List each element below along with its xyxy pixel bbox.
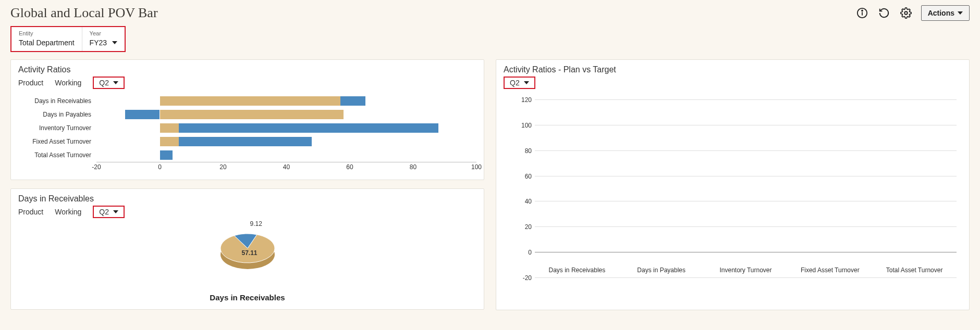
- axis-tick: 0: [158, 163, 162, 171]
- chart-row: Inventory Turnover: [18, 121, 476, 135]
- axis-tick: 60: [514, 173, 532, 180]
- chart-category-label: Fixed Asset Turnover: [785, 266, 875, 274]
- axis-tick: 40: [283, 163, 290, 171]
- quarter-value: Q2: [99, 79, 109, 87]
- pov-year-value: FY23: [90, 39, 107, 47]
- quarter-select[interactable]: Q2: [93, 77, 125, 89]
- axis-tick: -20: [92, 163, 101, 171]
- chart-row: Days in Receivables: [18, 94, 476, 108]
- chart-category-label: Days in Payables: [18, 111, 96, 118]
- card-title: Activity Ratios - Plan vs Target: [504, 65, 962, 74]
- plan-vs-target-card: Activity Ratios - Plan vs Target Q2 -200…: [496, 59, 970, 310]
- axis-tick: 40: [514, 198, 532, 205]
- chevron-down-icon: [112, 41, 117, 44]
- pov-year[interactable]: Year FY23: [82, 27, 125, 51]
- activity-ratios-card: Activity Ratios Product Working Q2 Days …: [10, 59, 484, 180]
- quarter-select[interactable]: Q2: [93, 206, 125, 218]
- axis-tick: 100: [514, 122, 532, 129]
- actions-button[interactable]: Actions: [921, 5, 970, 21]
- info-icon[interactable]: [855, 6, 869, 20]
- pov-year-label: Year: [90, 30, 117, 36]
- gear-icon[interactable]: [899, 6, 913, 20]
- svg-point-2: [862, 10, 863, 11]
- local-pov-product[interactable]: Product: [18, 79, 43, 87]
- chart-row: Days in Payables: [18, 108, 476, 121]
- days-receivables-card: Days in Receivables Product Working Q2 9…: [10, 188, 484, 310]
- axis-tick: 80: [410, 163, 416, 171]
- card-title: Activity Ratios: [18, 65, 476, 74]
- axis-tick: 20: [219, 163, 226, 171]
- chart-category-label: Total Asset Turnover: [869, 266, 959, 274]
- quarter-value: Q2: [99, 208, 109, 216]
- chart-category-label: Total Asset Turnover: [18, 151, 96, 159]
- local-pov-working[interactable]: Working: [55, 79, 81, 87]
- pie-caption: Days in Receivables: [210, 293, 285, 302]
- card-title: Days in Receivables: [18, 194, 476, 204]
- axis-tick: 80: [514, 147, 532, 155]
- plan-vs-target-chart: -20020406080100120Days in ReceivablesDay…: [504, 94, 962, 302]
- chart-category-label: Inventory Turnover: [18, 124, 96, 132]
- header-actions: Actions: [855, 5, 970, 21]
- axis-tick: 0: [514, 249, 532, 256]
- chevron-down-icon: [958, 11, 963, 15]
- chart-bar-track: [96, 137, 476, 146]
- svg-point-3: [904, 11, 908, 15]
- chart-bar-track: [96, 123, 476, 133]
- pie-slice-small-label: 9.12: [250, 220, 262, 227]
- chart-bar-track: [96, 150, 476, 160]
- chart-category-label: Days in Receivables: [18, 97, 96, 105]
- actions-label: Actions: [928, 9, 954, 17]
- axis-tick: 120: [514, 96, 532, 104]
- local-pov-product[interactable]: Product: [18, 208, 43, 216]
- local-pov-working[interactable]: Working: [55, 208, 81, 216]
- page-title: Global and Local POV Bar: [10, 5, 158, 21]
- chart-row: Fixed Asset Turnover: [18, 135, 476, 148]
- chevron-down-icon: [113, 81, 118, 84]
- pov-entity-value: Total Department: [19, 39, 75, 47]
- chart-bar-track: [96, 110, 476, 119]
- quarter-value: Q2: [510, 79, 520, 87]
- pov-entity[interactable]: Entity Total Department: [11, 27, 82, 51]
- axis-tick: 100: [471, 163, 482, 171]
- pie-slice-big-label: 57.11: [242, 249, 258, 257]
- chevron-down-icon: [113, 210, 118, 213]
- axis-tick: -20: [514, 274, 532, 282]
- pov-entity-label: Entity: [19, 30, 75, 36]
- chart-category-label: Fixed Asset Turnover: [18, 138, 96, 145]
- refresh-icon[interactable]: [877, 6, 891, 20]
- axis-tick: 20: [514, 223, 532, 231]
- chart-category-label: Inventory Turnover: [701, 266, 790, 274]
- chart-row: Total Asset Turnover: [18, 148, 476, 162]
- chart-bar-track: [96, 96, 476, 106]
- quarter-select[interactable]: Q2: [504, 77, 535, 89]
- chevron-down-icon: [524, 81, 529, 84]
- chart-category-label: Days in Payables: [617, 266, 706, 274]
- chart-category-label: Days in Receivables: [532, 266, 622, 274]
- activity-ratios-chart: Days in ReceivablesDays in PayablesInven…: [18, 94, 476, 172]
- axis-tick: 60: [346, 163, 353, 171]
- pov-bar: Entity Total Department Year FY23: [10, 26, 126, 52]
